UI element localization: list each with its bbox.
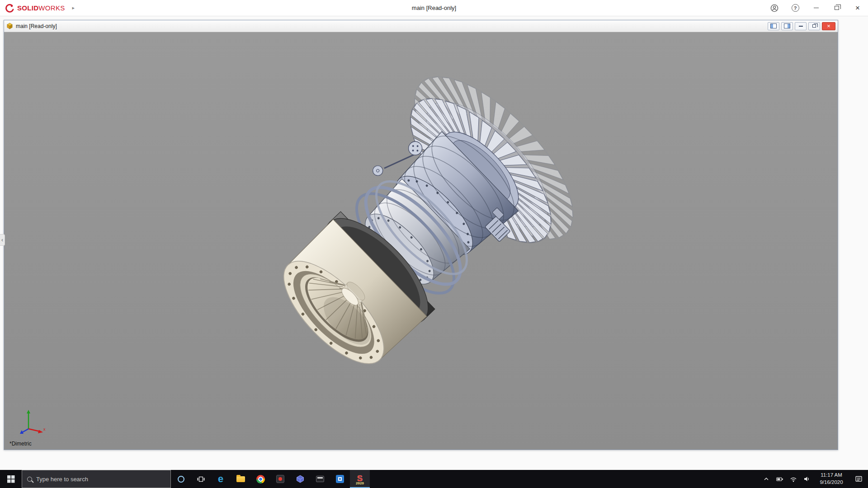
battery-icon [776,476,783,482]
document-window: main [Read-only] × [4,20,838,450]
mdi-area: main [Read-only] × [0,16,868,470]
restore-button[interactable] [826,0,847,16]
search-input[interactable] [36,476,165,483]
solidworks-version-badge: 2020 [356,481,364,485]
close-icon: × [855,4,860,12]
view-orientation-label: *Dimetric [9,441,32,447]
task-view-icon [197,476,205,483]
help-icon: ? [792,4,799,12]
start-button[interactable] [0,470,22,488]
system-tray: 11:17 AM 9/16/2020 [760,470,868,488]
chrome-icon [256,475,265,483]
restore-icon [835,6,839,10]
network-button[interactable] [787,470,800,488]
cube-app-icon [296,475,304,483]
account-button[interactable] [764,0,785,16]
window-split-left-icon [770,23,777,28]
document-titlebar: main [Read-only] × [4,20,838,32]
minimize-icon [814,8,819,9]
window-title: main [Read-only] [0,5,868,11]
cortana-button[interactable] [171,470,191,488]
solidworks-app-icon: S 2020 [353,472,367,485]
speaker-icon [803,476,811,482]
blue-app-button[interactable] [330,470,350,488]
clock-time: 11:17 AM [815,472,848,479]
chevron-up-icon [763,476,769,482]
app-titlebar: SOLIDWORKS ▸ main [Read-only] ? × [0,0,868,16]
snip-tool-button[interactable] [310,470,330,488]
search-icon [27,477,32,482]
solidworks-brand: SOLIDWORKS ▸ [0,3,75,13]
doc-layout-right-button[interactable] [781,22,793,30]
document-window-controls: × [768,22,835,30]
graphics-viewport[interactable]: x *Dimetric [4,32,838,450]
action-center-icon [855,475,863,483]
document-title: main [Read-only] [16,23,57,29]
doc-minimize-button[interactable] [795,22,807,30]
tray-expand-button[interactable] [760,470,773,488]
doc-close-icon: × [827,23,830,29]
menu-expand-arrow-icon[interactable]: ▸ [72,5,75,11]
dark-window-icon [316,476,324,482]
jet-engine-model [241,52,598,407]
window-split-right-icon [784,23,790,28]
windows-logo-icon [7,475,15,483]
doc-layout-left-button[interactable] [768,22,779,30]
window-controls: ? × [764,0,868,16]
taskbar-clock[interactable]: 11:17 AM 9/16/2020 [814,472,849,486]
edrawings-button[interactable] [290,470,310,488]
action-center-button[interactable] [849,470,868,488]
clock-date: 9/16/2020 [815,479,848,486]
chrome-button[interactable] [250,470,270,488]
part-document-icon [6,23,13,29]
orientation-triad: x [15,405,47,437]
doc-restore-button[interactable] [808,22,820,30]
volume-button[interactable] [800,470,814,488]
doc-minimize-icon [799,26,803,27]
doc-close-button[interactable]: × [822,22,835,30]
windows-taskbar: e S 2020 [0,470,868,488]
taskbar-search-box[interactable] [22,470,171,488]
wifi-icon [790,476,797,482]
taskbar-pinned-apps: e S 2020 [171,470,370,488]
close-button[interactable]: × [847,0,868,16]
blue-app-icon [336,475,344,483]
file-explorer-icon [236,476,245,482]
solidworks-taskbar-button[interactable]: S 2020 [350,470,370,488]
dassault-logo-icon [5,3,14,13]
red-tool-icon [276,475,284,483]
brand-wordmark: SOLIDWORKS [17,4,65,12]
doc-restore-icon [812,24,816,28]
edge-icon: e [218,473,223,485]
red-tool-button[interactable] [270,470,290,488]
cortana-icon [178,476,184,483]
account-icon [770,4,778,12]
collapsed-panel-arrow[interactable]: ‹ [0,234,5,246]
svg-text:x: x [43,427,46,432]
file-explorer-button[interactable] [231,470,250,488]
battery-button[interactable] [773,470,787,488]
help-button[interactable]: ? [785,0,806,16]
edge-button[interactable]: e [211,470,231,488]
minimize-button[interactable] [806,0,826,16]
task-view-button[interactable] [191,470,211,488]
engine-3d-render [4,32,838,450]
